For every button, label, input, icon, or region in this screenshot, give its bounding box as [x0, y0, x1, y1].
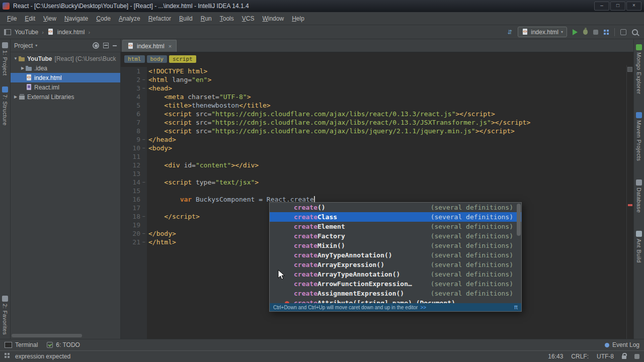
tree-item-youtube[interactable]: ▼YouTube[React] (C:\Users\Buck — [11, 54, 120, 63]
tree-collapsed-arrow[interactable]: ▶ — [13, 95, 19, 99]
fold-marker[interactable]: − — [140, 75, 147, 84]
fold-marker[interactable]: − — [140, 229, 147, 238]
menu-navigate[interactable]: Navigate — [60, 13, 92, 24]
completion-item-createarrayexpression[interactable]: createArrayExpression()(several definiti… — [270, 260, 521, 269]
code-line-2[interactable]: <html lang="en"> — [148, 75, 633, 84]
tree-item-react-iml[interactable]: React.iml — [11, 82, 120, 92]
horizontal-scrollbar[interactable] — [12, 334, 82, 337]
hide-panel-icon[interactable] — [113, 45, 117, 46]
crumb-body[interactable]: body — [147, 55, 168, 63]
completion-item-createattribute-string-name-document[interactable]: createAttribute([string] name) (Document… — [270, 298, 521, 303]
code-line-5[interactable]: <title>thenewboston</title> — [148, 101, 633, 110]
menu-vcs[interactable]: VCS — [238, 13, 259, 24]
completion-item-createclass[interactable]: createClass(several definitions) — [270, 212, 521, 222]
crumb-script[interactable]: script — [169, 55, 196, 63]
close-button[interactable]: × — [626, 2, 641, 11]
settings-gear-icon[interactable] — [93, 42, 99, 49]
debug-button[interactable] — [583, 29, 588, 35]
code-line-8[interactable]: <script src="https://cdnjs.cloudflare.co… — [148, 127, 633, 135]
code-line-10[interactable]: <body> — [148, 144, 633, 152]
close-icon[interactable]: × — [169, 43, 172, 49]
code-line-13[interactable] — [148, 169, 633, 178]
menu-edit[interactable]: Edit — [21, 13, 39, 24]
code-line-1[interactable]: <!DOCTYPE html> — [148, 67, 633, 75]
sync-arrows-icon[interactable]: ⇵ — [507, 29, 512, 36]
code-line-6[interactable]: <script src="https://cdnjs.cloudflare.co… — [148, 110, 633, 118]
code-line-9[interactable]: </head> — [148, 135, 633, 144]
completion-item-createarrowfunctionexpression[interactable]: createArrowFunctionExpression…(several d… — [270, 279, 521, 289]
caret-position[interactable]: 16:43 — [548, 353, 563, 360]
tree-expanded-arrow[interactable]: ▼ — [13, 56, 19, 61]
completion-item-createmixin[interactable]: createMixin()(several definitions) — [270, 241, 521, 250]
menu-refactor[interactable]: Refactor — [144, 13, 175, 24]
grid-icon[interactable] — [604, 30, 606, 32]
tree-item-idea[interactable]: ▶.idea — [11, 63, 120, 73]
completion-item-createelement[interactable]: createElement(several definitions) — [270, 222, 521, 231]
completion-item-createfactory[interactable]: createFactory(several definitions) — [270, 231, 521, 241]
error-stripe[interactable] — [626, 65, 633, 339]
popup-scrollbar[interactable] — [517, 204, 521, 236]
breadcrumb-project[interactable]: YouTube — [15, 29, 38, 36]
fold-marker[interactable]: − — [140, 144, 147, 152]
fold-marker[interactable]: − — [140, 238, 147, 246]
menu-analyze[interactable]: Analyze — [115, 13, 144, 24]
menu-file[interactable]: File — [3, 13, 21, 24]
code-line-11[interactable] — [148, 152, 633, 161]
search-icon[interactable] — [632, 29, 638, 35]
menu-window[interactable]: Window — [258, 13, 288, 24]
code-line-12[interactable]: <div id="content"></div> — [148, 161, 633, 169]
code-line-4[interactable]: <meta charset="UTF-8"> — [148, 93, 633, 101]
fold-marker[interactable]: − — [140, 84, 147, 93]
code-line-3[interactable]: <head> — [148, 84, 633, 93]
coverage-button[interactable] — [593, 30, 598, 35]
completion-item-createarraytypeannotation[interactable]: createArrayTypeAnnotation()(several defi… — [270, 269, 521, 279]
project-panel-icon[interactable] — [4, 29, 11, 35]
chevron-down-icon[interactable]: ▾ — [35, 43, 37, 48]
file-encoding[interactable]: UTF-8 — [597, 353, 614, 360]
crumb-html[interactable]: html — [124, 55, 145, 63]
toolwindow-button-7-structure[interactable]: 7: Structure — [2, 86, 8, 126]
toolwindow-button-mongo-explorer[interactable]: Mongo Explorer — [636, 44, 642, 94]
fold-marker[interactable]: − — [140, 135, 147, 144]
run-button[interactable] — [573, 29, 578, 35]
completion-item-createanytypeannotation[interactable]: createAnyTypeAnnotation()(several defini… — [270, 250, 521, 260]
menu-build[interactable]: Build — [175, 13, 197, 24]
breadcrumb-file[interactable]: index.html — [57, 29, 85, 36]
menu-view[interactable]: View — [39, 13, 60, 24]
error-marker[interactable] — [628, 204, 632, 206]
collapse-all-icon[interactable] — [103, 43, 109, 48]
code-line-7[interactable]: <script src="https://cdnjs.cloudflare.co… — [148, 118, 633, 127]
inspections-profile-icon[interactable] — [634, 354, 639, 359]
code-line-15[interactable] — [148, 187, 633, 195]
menu-run[interactable]: Run — [197, 13, 216, 24]
toolwindow-button-ant-build[interactable]: Ant Build — [636, 231, 642, 263]
completion-item-createassignmentexpression[interactable]: createAssignmentExpression()(several def… — [270, 289, 521, 298]
tree-collapsed-arrow[interactable]: ▶ — [20, 66, 26, 70]
menu-tools[interactable]: Tools — [216, 13, 238, 24]
line-separator[interactable]: CRLF: — [571, 353, 589, 360]
toolwindow-button-todo[interactable]: 6: TODO — [47, 341, 80, 348]
fold-marker[interactable]: − — [140, 212, 147, 221]
tool-box-icon[interactable] — [620, 29, 626, 35]
toolwindow-button-1-project[interactable]: 1: Project — [2, 42, 8, 75]
tree-item-index-html[interactable]: index.html — [11, 73, 120, 82]
fold-marker[interactable]: − — [140, 178, 147, 187]
toolwindow-button-terminal[interactable]: Terminal — [5, 341, 38, 348]
tab-index-html[interactable]: index.html × — [122, 40, 177, 52]
toolwindow-button-database[interactable]: Database — [636, 179, 642, 213]
inspections-status-icon[interactable] — [627, 67, 632, 72]
menu-code[interactable]: Code — [92, 13, 115, 24]
lock-icon[interactable] — [622, 355, 626, 359]
toolwindow-button-maven-projects[interactable]: Maven Projects — [636, 112, 642, 161]
maximize-button[interactable]: □ — [610, 2, 625, 11]
run-configuration-select[interactable]: index.html ▾ — [518, 27, 567, 37]
toolwindow-button-event-log[interactable]: Event Log — [605, 341, 639, 348]
completion-item-create[interactable]: create()(several definitions) — [270, 203, 521, 212]
minimize-button[interactable]: – — [594, 2, 609, 11]
menu-help[interactable]: Help — [288, 13, 308, 24]
project-panel-title[interactable]: Project — [14, 42, 33, 49]
tree-item-external-libraries[interactable]: ▶External Libraries — [11, 92, 120, 102]
toolwindow-button-2-favorites[interactable]: 2: Favorites — [2, 296, 8, 335]
hint-more-link[interactable]: >> — [420, 305, 426, 310]
code-line-14[interactable]: <script type="text/jsx"> — [148, 178, 633, 187]
